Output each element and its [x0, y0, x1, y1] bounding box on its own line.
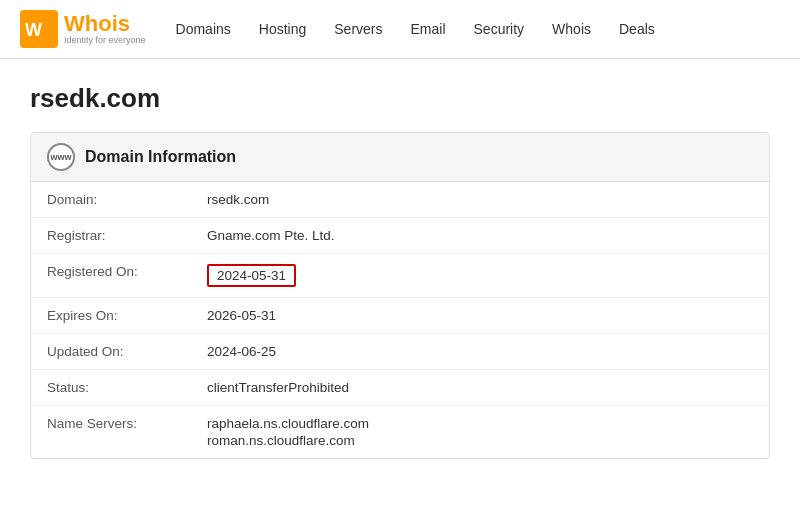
card-header: www Domain Information — [31, 133, 769, 182]
nav-domains[interactable]: Domains — [176, 21, 231, 37]
logo[interactable]: W Whois Identity for everyone — [20, 10, 146, 48]
row-label-status: Status: — [31, 370, 191, 406]
nav-whois[interactable]: Whois — [552, 21, 591, 37]
row-value-expires-on: 2026-05-31 — [191, 298, 769, 334]
row-value-nameservers: raphaela.ns.cloudflare.com roman.ns.clou… — [191, 406, 769, 459]
row-label-domain: Domain: — [31, 182, 191, 218]
table-row: Registrar: Gname.com Pte. Ltd. — [31, 218, 769, 254]
whois-logo-icon: W — [20, 10, 58, 48]
table-row: Expires On: 2026-05-31 — [31, 298, 769, 334]
domain-title: rsedk.com — [30, 83, 770, 114]
table-row: Domain: rsedk.com — [31, 182, 769, 218]
header: W Whois Identity for everyone Domains Ho… — [0, 0, 800, 59]
row-value-updated-on: 2024-06-25 — [191, 334, 769, 370]
row-label-updated-on: Updated On: — [31, 334, 191, 370]
row-value-registered-on: 2024-05-31 — [191, 254, 769, 298]
nav-security[interactable]: Security — [474, 21, 525, 37]
nav-servers[interactable]: Servers — [334, 21, 382, 37]
row-label-expires-on: Expires On: — [31, 298, 191, 334]
registered-date-highlight: 2024-05-31 — [207, 264, 296, 287]
www-icon: www — [47, 143, 75, 171]
row-label-nameservers: Name Servers: — [31, 406, 191, 459]
nav-email[interactable]: Email — [411, 21, 446, 37]
row-value-status: clientTransferProhibited — [191, 370, 769, 406]
domain-info-card: www Domain Information Domain: rsedk.com… — [30, 132, 770, 459]
table-row: Registered On: 2024-05-31 — [31, 254, 769, 298]
row-value-domain: rsedk.com — [191, 182, 769, 218]
table-row: Updated On: 2024-06-25 — [31, 334, 769, 370]
main-nav: Domains Hosting Servers Email Security W… — [176, 21, 655, 37]
table-row: Name Servers: raphaela.ns.cloudflare.com… — [31, 406, 769, 459]
main-content: rsedk.com www Domain Information Domain:… — [0, 59, 800, 483]
row-value-registrar: Gname.com Pte. Ltd. — [191, 218, 769, 254]
row-label-registered-on: Registered On: — [31, 254, 191, 298]
domain-info-table: Domain: rsedk.com Registrar: Gname.com P… — [31, 182, 769, 458]
svg-text:W: W — [25, 20, 42, 40]
logo-name: Whois — [64, 12, 146, 36]
nav-deals[interactable]: Deals — [619, 21, 655, 37]
nav-hosting[interactable]: Hosting — [259, 21, 306, 37]
nameserver-1: raphaela.ns.cloudflare.com — [207, 416, 753, 431]
row-label-registrar: Registrar: — [31, 218, 191, 254]
table-row: Status: clientTransferProhibited — [31, 370, 769, 406]
logo-tagline: Identity for everyone — [64, 36, 146, 46]
nameserver-2: roman.ns.cloudflare.com — [207, 433, 753, 448]
nameservers-list: raphaela.ns.cloudflare.com roman.ns.clou… — [207, 416, 753, 448]
card-header-title: Domain Information — [85, 148, 236, 166]
